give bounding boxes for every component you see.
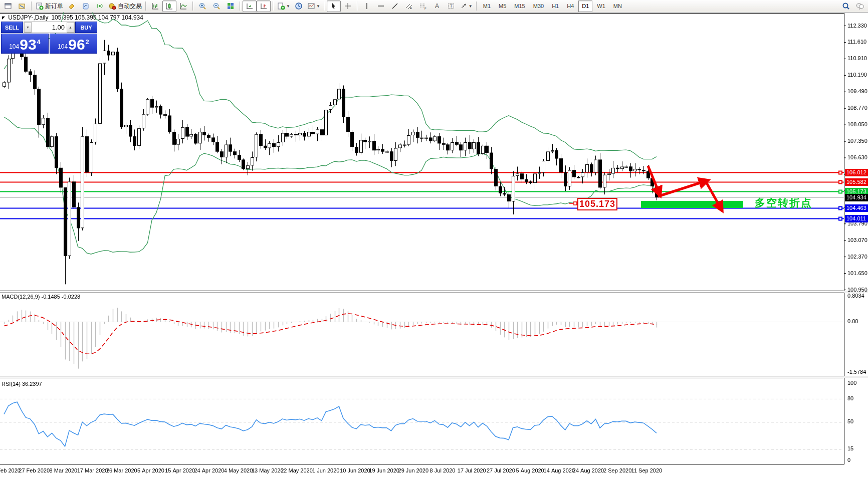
- eraser-icon[interactable]: [65, 1, 79, 12]
- volume-value[interactable]: 1.00: [32, 24, 67, 31]
- svg-text:F: F: [424, 7, 426, 10]
- text-label-tool-icon[interactable]: T: [444, 1, 458, 12]
- timeframe-button-H4[interactable]: H4: [563, 1, 577, 12]
- volume-down-button[interactable]: ▼: [24, 22, 32, 33]
- timeframe-button-M30[interactable]: M30: [530, 1, 547, 12]
- auto-trading-label: 自动交易: [118, 2, 142, 11]
- cursor-tool-icon[interactable]: [327, 1, 341, 12]
- channel-tool-icon[interactable]: E: [402, 1, 416, 12]
- timeframe-group: M1M5M15M30H1H4D1W1MN: [479, 0, 626, 12]
- new-order-label: 新订单: [45, 2, 63, 11]
- signals-icon[interactable]: [93, 1, 107, 12]
- price-level-label: 106.012: [845, 169, 868, 176]
- bar-chart-mode-icon[interactable]: [148, 1, 162, 12]
- crosshair-tool-icon[interactable]: [341, 1, 355, 12]
- tile-windows-icon[interactable]: [224, 1, 238, 12]
- price-annotation-box[interactable]: 105.173: [577, 198, 617, 210]
- buy-price-prefix: 104: [58, 43, 68, 50]
- text-tool-icon[interactable]: A: [430, 1, 444, 12]
- timeframe-button-D1[interactable]: D1: [578, 1, 592, 12]
- search-icon[interactable]: [839, 1, 853, 12]
- sell-price-prefix: 104: [9, 43, 19, 50]
- buy-button[interactable]: BUY: [75, 22, 97, 33]
- timeframe-button-MN[interactable]: MN: [610, 1, 625, 12]
- timeframe-button-W1[interactable]: W1: [593, 1, 609, 12]
- new-order-button[interactable]: 新订单: [34, 1, 65, 12]
- svg-text:E: E: [410, 7, 412, 10]
- line-chart-mode-icon[interactable]: [176, 1, 190, 12]
- sell-button[interactable]: SELL: [1, 22, 23, 33]
- rsi-indicator-label: RSI(14) 36.2397: [2, 381, 42, 387]
- pivot-text-label[interactable]: 多空转折点: [755, 196, 812, 210]
- volume-up-button[interactable]: ▲: [67, 22, 74, 33]
- price-level-label: 104.011: [845, 215, 868, 222]
- buy-price-panel[interactable]: 104 96 2: [50, 34, 97, 54]
- svg-text:T: T: [450, 4, 453, 9]
- volume-spinner[interactable]: ▼ 1.00 ▲: [24, 22, 75, 33]
- buy-price-sup: 2: [86, 38, 89, 46]
- trendline-tool-icon[interactable]: [388, 1, 402, 12]
- svg-text:A: A: [435, 3, 439, 10]
- zoom-out-icon[interactable]: [209, 1, 224, 12]
- toolbar: 新订单 自动交易 ▼: [0, 0, 868, 13]
- one-click-trading-panel: SELL ▼ 1.00 ▲ BUY 104 93 4 104 96 2: [1, 22, 97, 54]
- auto-scroll-icon[interactable]: [243, 1, 257, 12]
- fibonacci-tool-icon[interactable]: F: [416, 1, 430, 12]
- market-depth-icon[interactable]: [79, 1, 93, 12]
- timeframe-button-M1[interactable]: M1: [480, 1, 494, 12]
- price-level-label: 105.582: [845, 178, 868, 186]
- macd-indicator-label: MACD(12,26,9) -0.1485 -0.0228: [2, 294, 80, 300]
- timeframe-button-H1[interactable]: H1: [548, 1, 562, 12]
- periods-clock-icon[interactable]: [292, 1, 306, 12]
- horizontal-line-tool-icon[interactable]: [374, 1, 388, 12]
- pivot-zone-rect[interactable]: [641, 201, 743, 208]
- sell-price-sup: 4: [37, 38, 41, 46]
- candlestick-mode-icon[interactable]: [162, 1, 176, 12]
- sell-price-big: 93: [20, 38, 36, 52]
- new-chart-button[interactable]: [1, 1, 15, 12]
- templates-button[interactable]: ▼: [306, 1, 322, 12]
- buy-price-big: 96: [68, 38, 85, 52]
- zoom-in-icon[interactable]: [195, 1, 209, 12]
- price-chart-canvas[interactable]: [0, 13, 868, 477]
- indicators-add-button[interactable]: ▼: [276, 1, 292, 12]
- chart-area[interactable]: ◤ USDJPY-,Daily 105.395 105.395 104.797 …: [0, 13, 868, 477]
- symbol-period-text: USDJPY-,Daily: [8, 14, 48, 21]
- auto-trading-button[interactable]: 自动交易: [107, 1, 143, 12]
- sell-price-panel[interactable]: 104 93 4: [1, 34, 49, 54]
- price-level-label: 104.463: [845, 204, 868, 212]
- mt4-window: 新订单 自动交易 ▼: [0, 0, 868, 477]
- chat-icon[interactable]: [853, 1, 867, 12]
- current-price-label: 104.934: [845, 194, 868, 201]
- chart-shift-icon[interactable]: [257, 1, 271, 12]
- vertical-line-tool-icon[interactable]: [360, 1, 374, 12]
- symbol-arrow-icon: ◤: [2, 16, 5, 20]
- ohlc-text: 105.395 105.395 104.797 104.934: [51, 14, 143, 21]
- shapes-tool-button[interactable]: ▼: [458, 1, 474, 12]
- quote-line: ◤ USDJPY-,Daily 105.395 105.395 104.797 …: [2, 14, 143, 21]
- timeframe-button-M5[interactable]: M5: [495, 1, 510, 12]
- chart-profiles-button[interactable]: [15, 1, 29, 12]
- timeframe-button-M15[interactable]: M15: [511, 1, 528, 12]
